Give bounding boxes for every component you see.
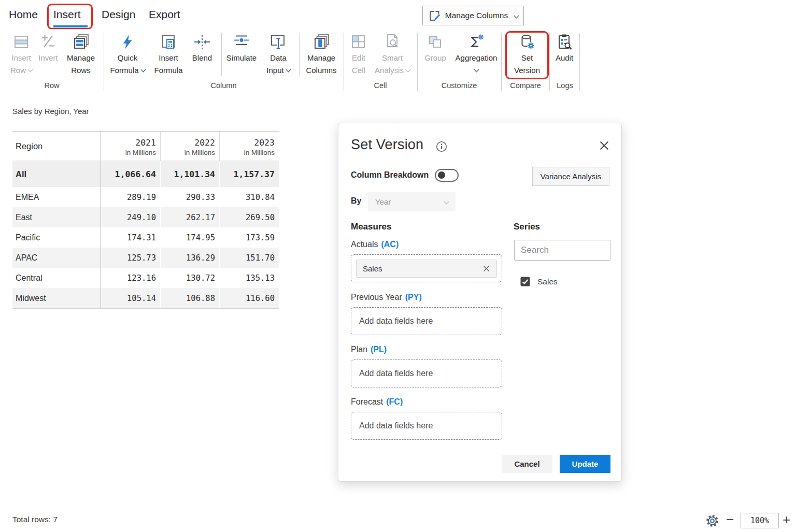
value-cell[interactable]: 130.72 bbox=[160, 268, 219, 288]
value-cell[interactable]: 174.31 bbox=[101, 227, 160, 248]
value-cell[interactable]: 151.70 bbox=[219, 248, 279, 268]
actuals-label: Actuals(AC) bbox=[351, 240, 399, 249]
set-version-button[interactable]: Set Version bbox=[510, 32, 544, 77]
smart-analysis-button[interactable]: Smart Analysis bbox=[372, 32, 413, 77]
close-icon[interactable] bbox=[599, 140, 611, 152]
data-input-button[interactable]: Data Input bbox=[261, 32, 295, 77]
simulate-button[interactable]: Simulate bbox=[223, 32, 260, 64]
row-label[interactable]: All bbox=[12, 161, 101, 187]
zoom-level-input[interactable] bbox=[741, 513, 779, 528]
chevron-down-icon bbox=[405, 67, 410, 73]
zoom-out-button[interactable]: − bbox=[726, 512, 734, 528]
group-button[interactable]: Group bbox=[423, 32, 448, 64]
value-cell[interactable]: 310.84 bbox=[219, 187, 279, 207]
remove-field-icon[interactable] bbox=[482, 265, 490, 272]
cancel-button[interactable]: Cancel bbox=[502, 455, 552, 473]
value-cell[interactable]: 173.59 bbox=[219, 227, 279, 248]
column-breakdown-label: Column Breakdown bbox=[351, 170, 429, 180]
blend-button[interactable]: Blend bbox=[188, 32, 217, 64]
zoom-in-button[interactable]: + bbox=[783, 512, 790, 528]
data-input-icon bbox=[269, 32, 288, 52]
invert-button[interactable]: Invert bbox=[36, 32, 60, 64]
by-label: By bbox=[351, 196, 361, 206]
column-breakdown-toggle[interactable] bbox=[435, 169, 459, 182]
simulate-icon bbox=[232, 32, 251, 52]
value-cell[interactable]: 1,066.64 bbox=[101, 161, 160, 187]
smart-analysis-icon bbox=[383, 32, 402, 52]
row-label[interactable]: Midwest bbox=[12, 288, 101, 308]
dialog-title: Set Version bbox=[351, 137, 423, 153]
manage-columns-dropdown-button[interactable]: Manage Columns bbox=[422, 6, 524, 25]
row-label[interactable]: East bbox=[12, 207, 101, 227]
info-icon[interactable] bbox=[436, 141, 447, 154]
tab-home[interactable]: Home bbox=[9, 8, 38, 21]
value-cell[interactable]: 105.14 bbox=[101, 288, 160, 308]
manage-columns-button[interactable]: Manage Columns bbox=[303, 32, 340, 77]
column-header-2022[interactable]: 2022 in Millions bbox=[160, 132, 219, 161]
value-cell[interactable]: 1,101.34 bbox=[160, 161, 219, 187]
audit-button[interactable]: Audit bbox=[551, 32, 577, 64]
insert-row-button[interactable]: Insert Row bbox=[6, 32, 36, 77]
value-cell[interactable]: 269.50 bbox=[219, 207, 279, 227]
value-cell[interactable]: 106.88 bbox=[160, 288, 219, 308]
total-rows-label: Total rows: 7 bbox=[12, 515, 58, 524]
ribbon-group-label-cell: Cell bbox=[344, 80, 417, 91]
value-cell[interactable]: 136.29 bbox=[160, 248, 219, 268]
series-search-input[interactable] bbox=[514, 240, 610, 261]
chevron-down-icon bbox=[140, 67, 146, 73]
value-cell[interactable]: 116.60 bbox=[219, 288, 279, 308]
settings-gear-icon[interactable] bbox=[705, 514, 719, 530]
previous-year-dropzone[interactable]: Add data fields here bbox=[351, 307, 502, 335]
variance-analysis-button[interactable]: Variance Analysis bbox=[532, 167, 609, 186]
column-header-2023[interactable]: 2023 in Millions bbox=[219, 132, 279, 161]
by-dropdown[interactable]: Year bbox=[368, 192, 456, 211]
insert-row-icon bbox=[12, 32, 31, 52]
ribbon-group-label-logs: Logs bbox=[550, 80, 580, 91]
table-column-separator bbox=[101, 131, 101, 308]
active-tab-underline bbox=[53, 25, 88, 27]
value-cell[interactable]: 125.73 bbox=[101, 248, 160, 268]
update-button[interactable]: Update bbox=[560, 455, 610, 473]
checkbox-checked-icon[interactable] bbox=[520, 277, 530, 286]
plan-label: Plan(PL) bbox=[351, 345, 387, 354]
value-cell[interactable]: 289.19 bbox=[101, 187, 160, 207]
series-item-sales[interactable]: Sales bbox=[520, 277, 558, 286]
manage-rows-button[interactable]: Manage Rows bbox=[60, 32, 102, 77]
value-cell[interactable]: 1,157.37 bbox=[219, 161, 279, 187]
measures-heading: Measures bbox=[351, 222, 391, 232]
table-row-pacific: Pacific 174.31 174.95 173.59 bbox=[12, 227, 279, 248]
tab-design[interactable]: Design bbox=[102, 8, 135, 21]
sales-field-chip[interactable]: Sales bbox=[356, 260, 497, 278]
status-bar: Total rows: 7 − + bbox=[0, 510, 796, 532]
value-cell[interactable]: 262.17 bbox=[160, 207, 219, 227]
row-label[interactable]: Central bbox=[12, 268, 101, 288]
row-label[interactable]: Pacific bbox=[12, 227, 101, 248]
section-divider bbox=[299, 33, 300, 76]
ribbon-group-label-customize: Customize bbox=[417, 80, 501, 91]
row-label[interactable]: EMEA bbox=[12, 187, 101, 207]
table-row-all: All 1,066.64 1,101.34 1,157.37 bbox=[12, 161, 279, 187]
value-cell[interactable]: 249.10 bbox=[101, 207, 160, 227]
table-header-row: Region 2021 in Millions 2022 in Millions… bbox=[12, 132, 279, 161]
insert-formula-button[interactable]: Insert Formula bbox=[151, 32, 186, 77]
value-cell[interactable]: 123.16 bbox=[101, 268, 160, 288]
ribbon-group-label-row: Row bbox=[0, 80, 104, 91]
actuals-dropzone[interactable]: Sales bbox=[351, 254, 502, 282]
column-header-region[interactable]: Region bbox=[12, 132, 101, 161]
column-header-2021[interactable]: 2021 in Millions bbox=[101, 132, 160, 161]
value-cell[interactable]: 135.13 bbox=[219, 268, 279, 288]
edit-cell-button[interactable]: Edit Cell bbox=[347, 32, 371, 77]
value-cell[interactable]: 290.33 bbox=[160, 187, 219, 207]
previous-year-label: Previous Year(PY) bbox=[351, 293, 422, 302]
tab-export[interactable]: Export bbox=[149, 8, 180, 21]
forecast-label: Forecast(FC) bbox=[351, 397, 403, 407]
quick-formula-button[interactable]: Quick Formula bbox=[105, 32, 150, 77]
aggregation-button[interactable]: Aggregation bbox=[451, 32, 501, 77]
aggregation-icon bbox=[467, 32, 486, 52]
chevron-down-icon bbox=[444, 199, 449, 205]
tab-insert[interactable]: Insert bbox=[53, 8, 81, 21]
plan-dropzone[interactable]: Add data fields here bbox=[351, 360, 502, 387]
value-cell[interactable]: 174.95 bbox=[160, 227, 219, 248]
forecast-dropzone[interactable]: Add data fields here bbox=[351, 412, 502, 440]
row-label[interactable]: APAC bbox=[12, 248, 101, 268]
